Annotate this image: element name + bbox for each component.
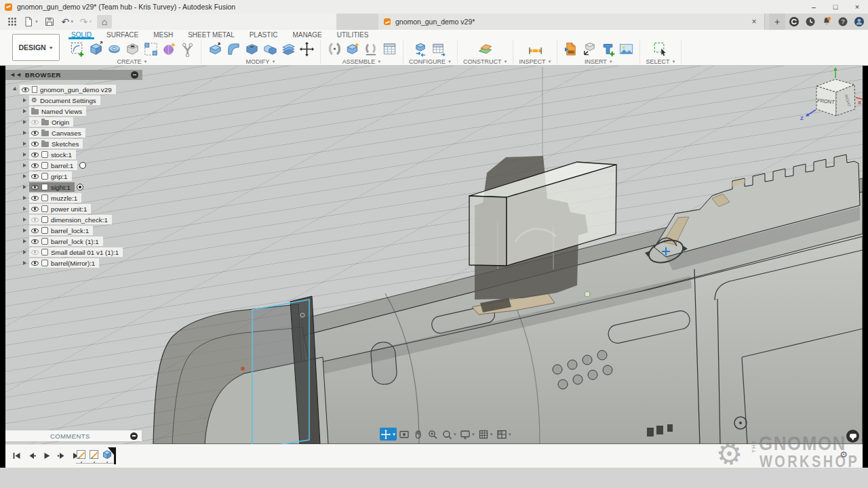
tab-solid[interactable]: SOLID xyxy=(64,30,99,39)
new-tab-button[interactable]: + xyxy=(769,14,785,30)
insert-image-icon[interactable] xyxy=(618,41,634,57)
view-cube[interactable]: FRONT RIGHT X Z xyxy=(800,67,863,121)
visibility-eye-icon[interactable] xyxy=(22,87,29,92)
browser-item-box[interactable]: power unit:1 xyxy=(29,204,91,214)
browser-item-barrel-mirror-1[interactable]: barrel(Mirror):1 xyxy=(5,258,142,268)
construction-plane-icon[interactable] xyxy=(477,41,494,57)
display-settings-icon[interactable]: ▼ xyxy=(459,428,476,441)
browser-item-box[interactable]: Named Views xyxy=(29,106,86,116)
browser-item-box[interactable]: sight:1 xyxy=(29,182,75,192)
ribbon-group-label[interactable]: CREATE▼ xyxy=(117,58,148,65)
configuration-icon[interactable] xyxy=(413,41,429,57)
viewports-icon[interactable]: ▼ xyxy=(496,428,513,441)
pan-icon[interactable] xyxy=(412,428,425,441)
insert-part-icon[interactable] xyxy=(599,41,616,57)
document-tab[interactable]: gnomon_gun_demo v29* × xyxy=(378,14,765,30)
timeline-playhead[interactable] xyxy=(114,447,116,464)
browser-item-box[interactable]: Origin xyxy=(29,117,73,127)
browser-item-power-unit-1[interactable]: power unit:1 xyxy=(5,203,142,214)
create-form-icon[interactable] xyxy=(161,41,177,57)
visibility-eye-icon[interactable] xyxy=(31,207,39,211)
tab-plastic[interactable]: PLASTIC xyxy=(242,30,285,39)
ribbon-group-label[interactable]: MODIFY▼ xyxy=(246,58,276,65)
configuration-table-icon[interactable] xyxy=(431,41,448,57)
rectangular-pattern-icon[interactable] xyxy=(142,41,159,57)
move-copy-icon[interactable] xyxy=(298,41,315,57)
expand-node-icon[interactable] xyxy=(23,152,26,157)
tab-surface[interactable]: SURFACE xyxy=(99,30,146,39)
browser-item-box[interactable]: dimension_check:1 xyxy=(29,215,112,224)
sketch-feature-icon[interactable] xyxy=(89,449,100,460)
browser-item-dimension-check-1[interactable]: dimension_check:1 xyxy=(5,214,142,225)
visibility-eye-icon[interactable] xyxy=(31,120,39,125)
tab-sheet-metal[interactable]: SHEET METAL xyxy=(180,30,242,39)
browser-item-grip-1[interactable]: grip:1 xyxy=(5,171,142,182)
go-to-beginning-button[interactable] xyxy=(11,450,22,461)
expand-node-icon[interactable] xyxy=(23,109,26,113)
collapse-panel-icon[interactable]: ◄◄ xyxy=(9,72,22,78)
app-launcher-grid-icon[interactable] xyxy=(5,15,20,28)
expand-node-icon[interactable] xyxy=(23,196,26,200)
orbit-icon[interactable]: ▼ xyxy=(380,428,397,441)
browser-item-named-views[interactable]: Named Views xyxy=(5,106,142,117)
user-avatar-icon[interactable] xyxy=(854,16,865,27)
expand-node-icon[interactable] xyxy=(23,142,26,146)
expand-node-icon[interactable] xyxy=(23,174,26,178)
visibility-eye-icon[interactable] xyxy=(31,163,39,168)
extrude-icon[interactable] xyxy=(87,41,104,57)
select-window-icon[interactable] xyxy=(652,41,669,57)
browser-item-document-settings[interactable]: ⚙Document Settings xyxy=(5,95,142,106)
visibility-eye-icon[interactable] xyxy=(31,218,39,222)
visibility-eye-icon[interactable] xyxy=(31,239,39,244)
expand-node-icon[interactable] xyxy=(23,120,26,124)
activate-component-radio[interactable] xyxy=(77,184,83,190)
browser-item-box[interactable]: gnomon_gun_demo v29 xyxy=(20,85,116,94)
expand-node-icon[interactable] xyxy=(23,239,26,243)
insert-derive-icon[interactable] xyxy=(581,41,597,57)
sketch-plane-outline[interactable] xyxy=(252,300,309,444)
browser-item-box[interactable]: barrel_lock (1):1 xyxy=(29,237,103,246)
expand-node-icon[interactable] xyxy=(23,218,26,222)
expand-node-icon[interactable] xyxy=(23,131,26,135)
ribbon-group-label[interactable]: INSERT▼ xyxy=(585,58,613,65)
save-icon[interactable] xyxy=(42,15,57,28)
help-icon[interactable]: ? xyxy=(837,16,848,27)
expand-node-icon[interactable] xyxy=(23,185,26,189)
play-button[interactable] xyxy=(41,450,52,461)
design-menu-button[interactable]: DESIGN ▼ xyxy=(12,34,60,61)
browser-item-box[interactable]: barrel(Mirror):1 xyxy=(29,258,99,268)
generative-study-icon[interactable] xyxy=(179,41,195,57)
browser-item-small-detail-01-v1-1-1[interactable]: Small detail 01 v1 (1):1 xyxy=(5,247,142,258)
browser-item-stock-1[interactable]: stock:1 xyxy=(5,149,142,160)
browser-item-gnomon-gun-demo-v29[interactable]: gnomon_gun_demo v29 xyxy=(5,84,142,95)
browser-item-box[interactable]: ⚙Document Settings xyxy=(29,96,100,105)
visibility-eye-icon[interactable] xyxy=(31,250,39,255)
ribbon-group-label[interactable]: SELECT▼ xyxy=(646,58,675,65)
browser-item-barrel-lock-1[interactable]: barrel_lock:1 xyxy=(5,225,142,236)
browser-item-sight-1[interactable]: sight:1 xyxy=(5,182,142,192)
create-sketch-icon[interactable] xyxy=(69,41,85,57)
expand-node-icon[interactable] xyxy=(23,250,26,254)
ribbon-group-label[interactable]: CONSTRUCT▼ xyxy=(463,58,507,65)
expand-node-icon[interactable] xyxy=(23,261,26,265)
ribbon-group-label[interactable]: INSPECT▼ xyxy=(519,58,551,65)
tab-manage[interactable]: MANAGE xyxy=(285,30,329,39)
fit-icon[interactable]: ▼ xyxy=(441,428,458,441)
new-component-icon[interactable] xyxy=(344,41,361,57)
visibility-eye-icon[interactable] xyxy=(31,142,39,146)
tab-mesh[interactable]: MESH xyxy=(146,30,180,39)
expand-node-icon[interactable] xyxy=(23,98,26,102)
browser-item-box[interactable]: grip:1 xyxy=(29,171,72,181)
comments-options-icon[interactable] xyxy=(130,432,138,440)
expand-node-icon[interactable] xyxy=(23,163,26,167)
close-button[interactable]: × xyxy=(846,0,868,14)
job-status-icon[interactable] xyxy=(805,16,816,27)
visibility-eye-icon[interactable] xyxy=(31,174,39,179)
visibility-eye-icon[interactable] xyxy=(31,185,39,190)
activate-component-radio[interactable] xyxy=(79,162,86,169)
ribbon-group-label[interactable]: ASSEMBLE▼ xyxy=(342,58,381,65)
browser-item-box[interactable]: stock:1 xyxy=(29,150,76,159)
measure-icon[interactable] xyxy=(527,41,543,57)
grid-settings-icon[interactable]: ▼ xyxy=(477,428,494,441)
browser-item-box[interactable]: Canvases xyxy=(29,128,85,138)
